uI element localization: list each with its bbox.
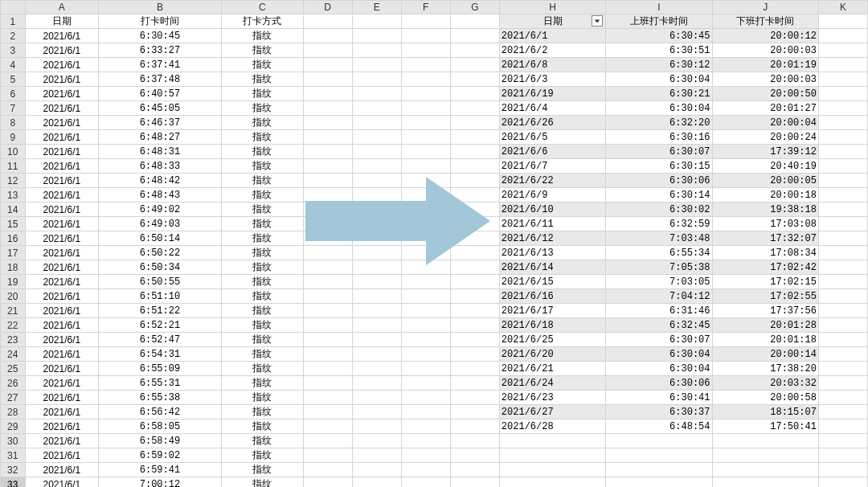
cell-E23[interactable] bbox=[352, 333, 401, 347]
cell-C15[interactable]: 指纹 bbox=[221, 217, 303, 231]
cell-A25[interactable]: 2021/6/1 bbox=[25, 362, 99, 376]
cell-I8[interactable]: 6:32:20 bbox=[606, 116, 712, 130]
cell-B23[interactable]: 6:52:47 bbox=[99, 333, 222, 347]
cell-H10[interactable]: 2021/6/6 bbox=[499, 145, 605, 159]
cell-I16[interactable]: 7:03:48 bbox=[606, 231, 712, 246]
cell-K11[interactable] bbox=[818, 159, 867, 174]
cell-I10[interactable]: 6:30:07 bbox=[606, 145, 712, 159]
cell-K19[interactable] bbox=[818, 275, 867, 289]
cell-H1[interactable]: 日期 bbox=[499, 14, 605, 29]
cell-A33[interactable]: 2021/6/1 bbox=[25, 477, 99, 487]
cell-B5[interactable]: 6:37:48 bbox=[99, 72, 222, 87]
cell-D13[interactable] bbox=[303, 188, 352, 203]
cell-D9[interactable] bbox=[303, 130, 352, 145]
cell-I25[interactable]: 6:30:04 bbox=[606, 362, 712, 376]
cell-B19[interactable]: 6:50:55 bbox=[99, 275, 222, 289]
cell-H29[interactable]: 2021/6/28 bbox=[499, 419, 605, 434]
cell-I13[interactable]: 6:30:14 bbox=[606, 188, 712, 203]
cell-D23[interactable] bbox=[303, 333, 352, 347]
cell-I31[interactable] bbox=[606, 448, 712, 463]
cell-G32[interactable] bbox=[450, 463, 499, 477]
cell-E2[interactable] bbox=[352, 29, 401, 43]
cell-K25[interactable] bbox=[818, 362, 867, 376]
cell-C20[interactable]: 指纹 bbox=[221, 289, 303, 304]
cell-C24[interactable]: 指纹 bbox=[221, 347, 303, 362]
cell-A6[interactable]: 2021/6/1 bbox=[25, 87, 99, 101]
cell-B13[interactable]: 6:48:43 bbox=[99, 188, 222, 203]
cell-K24[interactable] bbox=[818, 347, 867, 362]
cell-K18[interactable] bbox=[818, 260, 867, 275]
cell-A8[interactable]: 2021/6/1 bbox=[25, 116, 99, 130]
cell-I26[interactable]: 6:30:06 bbox=[606, 376, 712, 391]
cell-B4[interactable]: 6:37:41 bbox=[99, 58, 222, 72]
cell-J20[interactable]: 17:02:55 bbox=[712, 289, 818, 304]
cell-H22[interactable]: 2021/6/18 bbox=[499, 318, 605, 333]
cell-E25[interactable] bbox=[352, 362, 401, 376]
cell-E9[interactable] bbox=[352, 130, 401, 145]
cell-G13[interactable] bbox=[450, 188, 499, 203]
row-header-14[interactable]: 14 bbox=[1, 203, 26, 217]
cell-J27[interactable]: 20:00:58 bbox=[712, 391, 818, 405]
cell-F1[interactable] bbox=[401, 14, 450, 29]
cell-C33[interactable]: 指纹 bbox=[221, 477, 303, 487]
cell-E20[interactable] bbox=[352, 289, 401, 304]
cell-B33[interactable]: 7:00:12 bbox=[99, 477, 222, 487]
col-header-D[interactable]: D bbox=[303, 1, 352, 14]
cell-A29[interactable]: 2021/6/1 bbox=[25, 419, 99, 434]
cell-J16[interactable]: 17:32:07 bbox=[712, 231, 818, 246]
cell-J8[interactable]: 20:00:04 bbox=[712, 116, 818, 130]
cell-G19[interactable] bbox=[450, 275, 499, 289]
cell-J23[interactable]: 20:01:18 bbox=[712, 333, 818, 347]
cell-I5[interactable]: 6:30:04 bbox=[606, 72, 712, 87]
cell-B18[interactable]: 6:50:34 bbox=[99, 260, 222, 275]
cell-I28[interactable]: 6:30:37 bbox=[606, 405, 712, 419]
cell-G9[interactable] bbox=[450, 130, 499, 145]
cell-A4[interactable]: 2021/6/1 bbox=[25, 58, 99, 72]
cell-C23[interactable]: 指纹 bbox=[221, 333, 303, 347]
cell-F28[interactable] bbox=[401, 405, 450, 419]
cell-D2[interactable] bbox=[303, 29, 352, 43]
cell-H17[interactable]: 2021/6/13 bbox=[499, 246, 605, 260]
cell-J24[interactable]: 20:00:14 bbox=[712, 347, 818, 362]
cell-F16[interactable] bbox=[401, 231, 450, 246]
cell-A30[interactable]: 2021/6/1 bbox=[25, 434, 99, 448]
cell-G3[interactable] bbox=[450, 43, 499, 58]
cell-F5[interactable] bbox=[401, 72, 450, 87]
cell-K17[interactable] bbox=[818, 246, 867, 260]
cell-J17[interactable]: 17:08:34 bbox=[712, 246, 818, 260]
cell-J2[interactable]: 20:00:12 bbox=[712, 29, 818, 43]
cell-J18[interactable]: 17:02:42 bbox=[712, 260, 818, 275]
cell-H13[interactable]: 2021/6/9 bbox=[499, 188, 605, 203]
cell-F27[interactable] bbox=[401, 391, 450, 405]
cell-C11[interactable]: 指纹 bbox=[221, 159, 303, 174]
cell-D31[interactable] bbox=[303, 448, 352, 463]
row-header-10[interactable]: 10 bbox=[1, 145, 26, 159]
cell-F10[interactable] bbox=[401, 145, 450, 159]
row-header-31[interactable]: 31 bbox=[1, 448, 26, 463]
cell-D5[interactable] bbox=[303, 72, 352, 87]
cell-E33[interactable] bbox=[352, 477, 401, 487]
cell-D22[interactable] bbox=[303, 318, 352, 333]
row-header-7[interactable]: 7 bbox=[1, 101, 26, 116]
cell-C12[interactable]: 指纹 bbox=[221, 174, 303, 188]
cell-D1[interactable] bbox=[303, 14, 352, 29]
cell-J9[interactable]: 20:00:24 bbox=[712, 130, 818, 145]
row-header-28[interactable]: 28 bbox=[1, 405, 26, 419]
cell-J29[interactable]: 17:50:41 bbox=[712, 419, 818, 434]
cell-E26[interactable] bbox=[352, 376, 401, 391]
row-header-2[interactable]: 2 bbox=[1, 29, 26, 43]
cell-I15[interactable]: 6:32:59 bbox=[606, 217, 712, 231]
cell-F25[interactable] bbox=[401, 362, 450, 376]
col-header-K[interactable]: K bbox=[818, 1, 867, 14]
cell-A27[interactable]: 2021/6/1 bbox=[25, 391, 99, 405]
cell-D18[interactable] bbox=[303, 260, 352, 275]
cell-B30[interactable]: 6:58:49 bbox=[99, 434, 222, 448]
cell-C22[interactable]: 指纹 bbox=[221, 318, 303, 333]
cell-D16[interactable] bbox=[303, 231, 352, 246]
cell-G23[interactable] bbox=[450, 333, 499, 347]
cell-H14[interactable]: 2021/6/10 bbox=[499, 203, 605, 217]
cell-A12[interactable]: 2021/6/1 bbox=[25, 174, 99, 188]
cell-E22[interactable] bbox=[352, 318, 401, 333]
cell-H21[interactable]: 2021/6/17 bbox=[499, 304, 605, 318]
cell-C18[interactable]: 指纹 bbox=[221, 260, 303, 275]
